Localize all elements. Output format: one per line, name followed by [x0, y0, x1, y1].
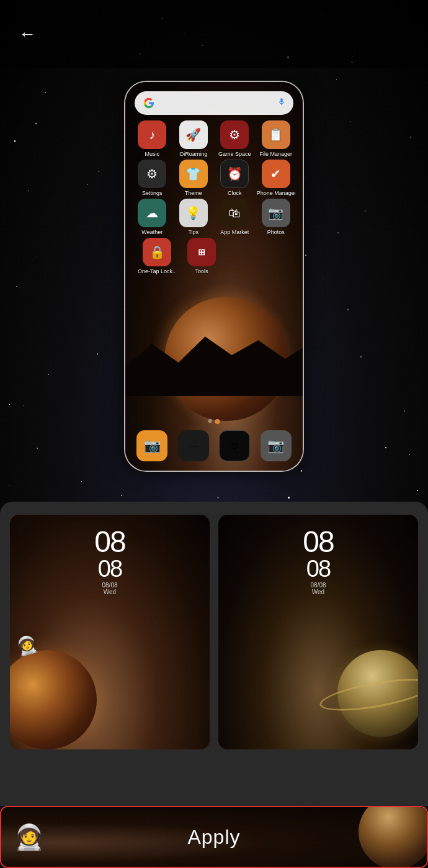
- gamespace-icon: ⚙: [220, 120, 249, 149]
- back-button[interactable]: ←: [19, 24, 36, 44]
- apply-button[interactable]: 🧑‍🚀 Apply: [0, 806, 428, 868]
- app-phonemanager: ✔ Phone Manager: [257, 160, 295, 196]
- ls-minute-left: 08: [94, 557, 125, 581]
- dot-2: [215, 419, 220, 424]
- lockscreen-card-left[interactable]: 🧑‍🚀 08 08 08/08 Wed: [9, 514, 210, 750]
- tools-label: Tools: [195, 268, 208, 274]
- dock-screenshot: 📷: [261, 430, 292, 461]
- oroaming-label: OiRoaming: [179, 151, 207, 157]
- tips-label: Tips: [188, 229, 198, 235]
- gamespace-label: Game Space: [218, 151, 251, 157]
- phone-search-bar: [135, 91, 293, 115]
- music-label: Music: [145, 151, 159, 157]
- appmarket-label: App Market: [220, 229, 249, 235]
- apply-astronaut-icon: 🧑‍🚀: [14, 823, 45, 852]
- phone-frame: ♪ Music 🚀 OiRoaming ⚙ Game Space 📋 File …: [124, 81, 304, 472]
- app-filemanager: 📋 File Manager: [257, 120, 295, 157]
- ls-date-left: 08/08 Wed: [94, 582, 125, 595]
- settings-label: Settings: [142, 190, 163, 196]
- phonemanager-icon: ✔: [262, 160, 290, 188]
- app-oroaming: 🚀 OiRoaming: [174, 120, 213, 157]
- app-row-1: ♪ Music 🚀 OiRoaming ⚙ Game Space 📋 File …: [132, 120, 296, 157]
- music-icon: ♪: [138, 120, 166, 149]
- theme-label: Theme: [185, 190, 202, 196]
- app-tools: ⊞ Tools: [182, 238, 221, 274]
- onetaplock-icon: 🔒: [143, 238, 171, 266]
- lockscreen-row: 🧑‍🚀 08 08 08/08 Wed 08 08 08/08 We: [9, 514, 419, 750]
- photos-icon: 📷: [262, 199, 290, 227]
- app-row-2: ⚙ Settings 👕 Theme ⏰ Clock ✔ Phone Manag…: [132, 160, 296, 196]
- ls-date-right: 08/08 Wed: [303, 582, 333, 595]
- appmarket-icon: 🛍: [220, 199, 249, 227]
- tips-icon: 💡: [179, 199, 208, 227]
- app-photos: 📷 Photos: [257, 199, 295, 235]
- page-dots: [208, 419, 220, 424]
- app-theme: 👕 Theme: [174, 160, 213, 196]
- app-gamespace: ⚙ Game Space: [215, 120, 254, 157]
- theme-icon: 👕: [179, 160, 208, 188]
- phone-dock: 📷 ··· ○ 📷: [132, 430, 296, 461]
- tools-icon: ⊞: [187, 238, 216, 266]
- onetaplock-label: One-Tap Lock...: [138, 268, 176, 274]
- app-weather: ☁ Weather: [133, 199, 171, 235]
- mic-icon: [277, 97, 286, 109]
- phone-preview: ♪ Music 🚀 OiRoaming ⚙ Game Space 📋 File …: [124, 81, 304, 472]
- phonemanager-label: Phone Manager: [257, 190, 295, 196]
- ls-hour-left: 08: [94, 527, 125, 557]
- apply-label: Apply: [187, 826, 240, 849]
- app-settings: ⚙ Settings: [133, 160, 171, 196]
- app-tips: 💡 Tips: [174, 199, 213, 235]
- app-row-4: 🔒 One-Tap Lock... ⊞ Tools: [132, 238, 296, 274]
- dock-home: ○: [219, 430, 250, 461]
- filemanager-icon: 📋: [262, 120, 290, 149]
- dock-camera: 📷: [136, 430, 167, 461]
- google-logo: [142, 96, 156, 110]
- top-bar: ←: [0, 0, 428, 68]
- app-appmarket: 🛍 App Market: [215, 199, 254, 235]
- settings-icon: ⚙: [138, 160, 166, 188]
- ls-time-right: 08 08 08/08 Wed: [303, 527, 333, 595]
- app-onetaplock: 🔒 One-Tap Lock...: [138, 238, 176, 274]
- clock-label: Clock: [228, 190, 242, 196]
- app-row-3: ☁ Weather 💡 Tips 🛍 App Market 📷 Photos: [132, 199, 296, 235]
- ls-minute-right: 08: [303, 557, 333, 581]
- ls-hour-right: 08: [303, 527, 333, 557]
- dock-more: ···: [178, 430, 209, 461]
- clock-icon: ⏰: [220, 160, 249, 188]
- app-music: ♪ Music: [133, 120, 171, 157]
- dot-1: [208, 419, 212, 423]
- weather-icon: ☁: [138, 199, 166, 227]
- bottom-panel: 🧑‍🚀 08 08 08/08 Wed 08 08 08/08 We: [0, 502, 428, 806]
- app-clock: ⏰ Clock: [215, 160, 254, 196]
- photos-label: Photos: [267, 229, 285, 235]
- weather-label: Weather: [141, 229, 163, 235]
- ls-time-left: 08 08 08/08 Wed: [94, 527, 125, 595]
- oroaming-icon: 🚀: [179, 120, 208, 149]
- lockscreen-card-right[interactable]: 08 08 08/08 Wed: [218, 514, 419, 750]
- app-grid: ♪ Music 🚀 OiRoaming ⚙ Game Space 📋 File …: [132, 120, 296, 277]
- filemanager-label: File Manager: [259, 151, 292, 157]
